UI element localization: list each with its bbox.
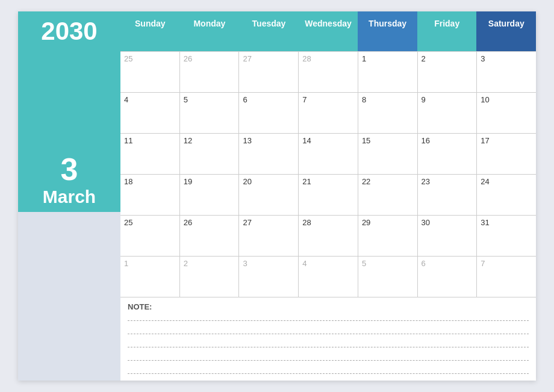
day-cell[interactable]: 6 <box>417 257 477 297</box>
day-header-saturday: Saturday <box>476 11 536 51</box>
day-cell[interactable]: 25 <box>120 52 179 92</box>
day-cell[interactable]: 13 <box>238 134 298 174</box>
day-cell[interactable]: 9 <box>417 93 477 133</box>
day-number: 7 <box>302 95 307 104</box>
day-cell[interactable]: 4 <box>298 257 358 297</box>
note-lines <box>128 314 529 374</box>
day-cell[interactable]: 7 <box>476 257 536 297</box>
day-cell[interactable]: 20 <box>238 175 298 215</box>
calendar-body: 3 March 25262728123456789101112131415161… <box>18 51 536 381</box>
sidebar-bottom <box>18 212 120 381</box>
note-line[interactable] <box>128 353 529 361</box>
day-number: 1 <box>362 54 366 63</box>
week-row: 18192021222324 <box>120 174 536 215</box>
days-header: SundayMondayTuesdayWednesdayThursdayFrid… <box>120 11 536 51</box>
day-cell[interactable]: 2 <box>179 257 239 297</box>
day-cell[interactable]: 6 <box>238 93 298 133</box>
day-cell[interactable]: 1 <box>358 52 417 92</box>
day-cell[interactable]: 23 <box>417 175 477 215</box>
day-cell[interactable]: 28 <box>298 52 358 92</box>
day-cell[interactable]: 26 <box>179 52 239 92</box>
day-header-monday: Monday <box>180 11 240 51</box>
day-cell[interactable]: 8 <box>358 93 417 133</box>
day-number: 16 <box>422 136 430 145</box>
note-section: NOTE: <box>120 297 536 379</box>
sidebar-top: 3 March <box>18 51 120 212</box>
day-header-friday: Friday <box>417 11 477 51</box>
day-number: 13 <box>243 136 251 145</box>
day-number: 19 <box>184 177 192 186</box>
day-cell[interactable]: 14 <box>298 134 358 174</box>
week-row: 25262728123 <box>120 51 536 92</box>
day-cell[interactable]: 3 <box>476 52 536 92</box>
month-number: 3 <box>61 152 78 187</box>
day-number: 26 <box>184 218 192 227</box>
day-number: 31 <box>481 218 489 227</box>
day-number: 5 <box>184 95 188 104</box>
day-cell[interactable]: 24 <box>476 175 536 215</box>
year-month-block: 2030 <box>18 11 120 51</box>
day-cell[interactable]: 15 <box>358 134 417 174</box>
day-cell[interactable]: 11 <box>120 134 179 174</box>
day-header-thursday: Thursday <box>358 11 417 51</box>
day-cell[interactable]: 26 <box>179 216 239 256</box>
day-cell[interactable]: 5 <box>179 93 239 133</box>
note-line[interactable] <box>128 314 529 321</box>
day-cell[interactable]: 19 <box>179 175 239 215</box>
day-number: 5 <box>362 259 366 268</box>
day-cell[interactable]: 17 <box>476 134 536 174</box>
day-cell[interactable]: 7 <box>298 93 358 133</box>
left-sidebar: 3 March <box>18 51 120 381</box>
day-cell[interactable]: 18 <box>120 175 179 215</box>
day-cell[interactable]: 25 <box>120 216 179 256</box>
year-display: 2030 <box>41 17 97 45</box>
day-header-tuesday: Tuesday <box>239 11 299 51</box>
note-line[interactable] <box>128 367 529 374</box>
day-cell[interactable]: 2 <box>417 52 477 92</box>
day-cell[interactable]: 22 <box>358 175 417 215</box>
day-number: 28 <box>302 54 311 63</box>
day-number: 4 <box>302 259 307 268</box>
day-number: 2 <box>422 54 426 63</box>
day-number: 21 <box>302 177 311 186</box>
day-number: 28 <box>302 218 311 227</box>
month-name: March <box>43 187 96 207</box>
day-number: 23 <box>422 177 430 186</box>
day-cell[interactable]: 29 <box>358 216 417 256</box>
day-number: 3 <box>243 259 247 268</box>
calendar: 2030 SundayMondayTuesdayWednesdayThursda… <box>18 11 536 381</box>
day-number: 11 <box>124 136 132 145</box>
day-number: 20 <box>243 177 251 186</box>
day-cell[interactable]: 10 <box>476 93 536 133</box>
day-cell[interactable]: 16 <box>417 134 477 174</box>
week-row: 1234567 <box>120 256 536 297</box>
day-cell[interactable]: 1 <box>120 257 179 297</box>
day-number: 17 <box>481 136 489 145</box>
day-cell[interactable]: 31 <box>476 216 536 256</box>
day-number: 6 <box>243 95 247 104</box>
day-cell[interactable]: 30 <box>417 216 477 256</box>
day-cell[interactable]: 27 <box>238 216 298 256</box>
note-label: NOTE: <box>128 302 529 311</box>
day-number: 9 <box>422 95 426 104</box>
day-cell[interactable]: 12 <box>179 134 239 174</box>
note-line[interactable] <box>128 340 529 347</box>
day-cell[interactable]: 27 <box>238 52 298 92</box>
day-number: 25 <box>124 218 132 227</box>
day-number: 24 <box>481 177 489 186</box>
day-number: 8 <box>362 95 366 104</box>
day-cell[interactable]: 4 <box>120 93 179 133</box>
day-number: 22 <box>362 177 370 186</box>
week-row: 25262728293031 <box>120 215 536 256</box>
day-number: 3 <box>481 54 485 63</box>
day-number: 6 <box>422 259 426 268</box>
day-number: 15 <box>362 136 370 145</box>
day-cell[interactable]: 3 <box>238 257 298 297</box>
day-number: 1 <box>124 259 128 268</box>
day-cell[interactable]: 21 <box>298 175 358 215</box>
day-number: 27 <box>243 218 251 227</box>
day-cell[interactable]: 28 <box>298 216 358 256</box>
note-line[interactable] <box>128 327 529 334</box>
calendar-header: 2030 SundayMondayTuesdayWednesdayThursda… <box>18 11 536 51</box>
day-cell[interactable]: 5 <box>358 257 417 297</box>
